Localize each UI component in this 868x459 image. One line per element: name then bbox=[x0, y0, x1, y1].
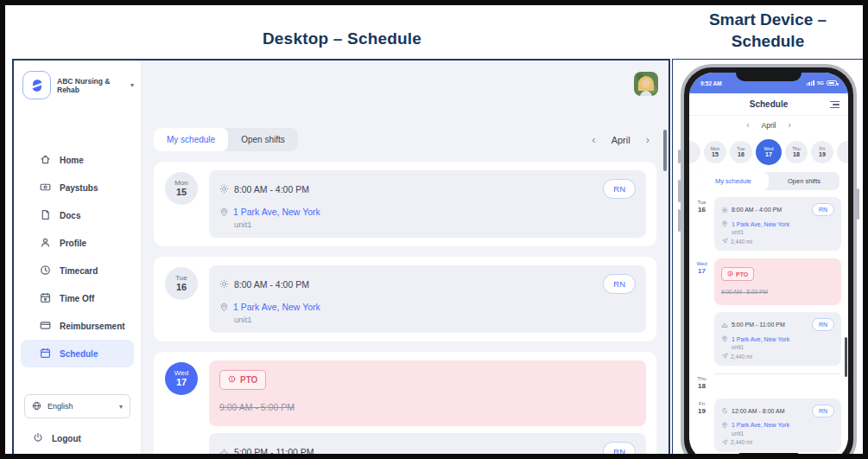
credit-card-icon bbox=[40, 320, 51, 333]
banknote-icon bbox=[40, 182, 51, 194]
phone-shift-card[interactable]: 12:00 AM - 8:00 AM RN 1 Park Ave, New Yo… bbox=[714, 398, 841, 452]
shift-time: 8:00 AM - 4:00 PM bbox=[234, 279, 309, 290]
sidebar-item-profile[interactable]: Profile bbox=[21, 229, 134, 257]
phone-pto-card[interactable]: PTO 9:00 AM - 5:00 PM bbox=[714, 258, 841, 305]
chevron-left-icon[interactable]: ‹ bbox=[592, 134, 595, 145]
sidebar-item-timecard[interactable]: Timecard bbox=[21, 257, 134, 284]
phone-frame: 9:52 AM 5G Schedule ‹ April › bbox=[681, 64, 857, 458]
shift-address[interactable]: 1 Park Ave, New York bbox=[732, 336, 789, 342]
schedule-toolbar: My schedule Open shifts ‹ April › bbox=[154, 128, 656, 151]
language-select[interactable]: English ▾ bbox=[24, 394, 130, 418]
shift-unit: unit1 bbox=[234, 220, 636, 229]
sunset-icon bbox=[721, 322, 728, 328]
sidebar-item-label: Docs bbox=[60, 211, 80, 220]
day-chip-fri-19[interactable]: Fri19 bbox=[811, 141, 833, 163]
shift-address[interactable]: 1 Park Ave, New York bbox=[732, 422, 789, 428]
tab-open-shifts[interactable]: Open shifts bbox=[228, 128, 298, 151]
sidebar-item-label: Reimbursement bbox=[60, 322, 125, 331]
phone-page-title: Schedule bbox=[750, 99, 788, 109]
day-chip-mon-15[interactable]: Mon15 bbox=[704, 141, 726, 163]
phone-week-strip: Sun14 Mon15 Tue16 Wed17 Thu18 Fri19 Sat2… bbox=[689, 134, 848, 170]
sidebar-item-label: Schedule bbox=[60, 349, 98, 359]
phone-entry-wed-17: Wed17 PTO 9:00 AM - 5:00 PM bbox=[693, 258, 841, 366]
language-value: English bbox=[48, 402, 73, 411]
scrollbar[interactable] bbox=[845, 337, 847, 377]
sidebar-item-label: Timecard bbox=[60, 266, 98, 276]
menu-icon[interactable] bbox=[830, 101, 839, 108]
role-badge: RN bbox=[812, 203, 834, 216]
desktop-section-title: Desktop – Schedule bbox=[143, 29, 541, 48]
logout-button[interactable]: Logout bbox=[33, 432, 141, 444]
location-pin-icon bbox=[721, 422, 728, 429]
scrollbar[interactable] bbox=[663, 130, 667, 171]
sun-icon bbox=[219, 279, 229, 289]
shift-time: 8:00 AM - 4:00 PM bbox=[732, 207, 782, 213]
sidebar-item-home[interactable]: Home bbox=[21, 146, 134, 174]
alert-circle-icon bbox=[727, 271, 733, 277]
home-icon bbox=[40, 154, 51, 167]
sidebar-item-paystubs[interactable]: Paystubs bbox=[21, 174, 134, 201]
phone-schedule-list: Tue16 8:00 AM - 4:00 PM RN 1 bbox=[689, 190, 848, 458]
shift-time: 5:00 PM - 11:00 PM bbox=[234, 447, 314, 457]
sidebar-item-reimbursement[interactable]: Reimbursement bbox=[21, 312, 134, 340]
alert-circle-icon bbox=[228, 375, 236, 385]
pto-card[interactable]: PTO 9:00 AM - 5:00 PM bbox=[209, 360, 646, 426]
sidebar-item-label: Profile bbox=[60, 239, 86, 248]
location-pin-icon bbox=[721, 220, 728, 227]
shift-distance: 2,440 mi bbox=[731, 354, 752, 360]
sidebar-item-timeoff[interactable]: Time Off bbox=[21, 284, 134, 312]
sidebar-item-schedule[interactable]: Schedule bbox=[21, 340, 134, 367]
battery-icon bbox=[827, 80, 837, 86]
empty-day-row bbox=[714, 373, 841, 387]
sidebar-nav: Home Paystubs Docs Profile Timecard bbox=[14, 146, 141, 367]
navigation-arrow-icon bbox=[722, 439, 728, 446]
schedule-tabs: My schedule Open shifts bbox=[154, 128, 298, 151]
shift-address[interactable]: 1 Park Ave, New York bbox=[233, 207, 320, 217]
day-card-mon-15: Mon 15 8:00 AM - 4:00 PM RN 1 Park Av bbox=[154, 162, 656, 246]
calendar-icon bbox=[40, 347, 51, 360]
signal-icon bbox=[807, 80, 814, 86]
phone-tab-my-schedule[interactable]: My schedule bbox=[698, 172, 769, 190]
sidebar-item-label: Paystubs bbox=[60, 183, 98, 193]
phone-entry-fri-19: Fri19 12:00 AM - 8:00 AM RN 1 bbox=[693, 398, 841, 452]
org-logo-icon bbox=[22, 71, 51, 99]
home-indicator[interactable] bbox=[738, 453, 799, 457]
chevron-right-icon[interactable]: › bbox=[789, 121, 791, 130]
tab-my-schedule[interactable]: My schedule bbox=[154, 128, 228, 151]
org-caret-icon: ▾ bbox=[130, 81, 134, 89]
pto-badge: PTO bbox=[721, 267, 754, 281]
phone-entry-tue-16: Tue16 8:00 AM - 4:00 PM RN 1 bbox=[693, 197, 841, 251]
phone-side-button bbox=[678, 209, 681, 232]
date-badge: Tue 16 bbox=[165, 267, 198, 300]
sun-icon bbox=[219, 184, 229, 194]
phone-shift-card[interactable]: 8:00 AM - 4:00 PM RN 1 Park Ave, New Yor… bbox=[714, 197, 841, 251]
day-chip-tue-16[interactable]: Tue16 bbox=[730, 141, 752, 163]
power-icon bbox=[33, 432, 43, 444]
document-icon bbox=[40, 209, 51, 222]
org-switcher[interactable]: ABC Nursing & Rehab ▾ bbox=[22, 71, 134, 99]
chevron-right-icon[interactable]: › bbox=[646, 134, 649, 145]
shift-distance: 2,440 mi bbox=[731, 439, 752, 445]
shift-card[interactable]: 5:00 PM - 11:00 PM RN 1 Park Ave, New Yo… bbox=[209, 433, 646, 456]
phone-month-navigation: ‹ April › bbox=[689, 116, 848, 134]
network-label: 5G bbox=[817, 80, 824, 86]
clock-icon bbox=[40, 265, 51, 277]
phone-shift-card[interactable]: 5:00 PM - 11:00 PM RN 1 Park Ave, New Yo… bbox=[714, 312, 841, 366]
date-badge: Mon 15 bbox=[165, 172, 198, 205]
navigation-arrow-icon bbox=[722, 238, 728, 245]
phone-schedule-tabs: My schedule Open shifts bbox=[698, 172, 839, 190]
day-chip-thu-18[interactable]: Thu18 bbox=[785, 141, 808, 163]
shift-address[interactable]: 1 Park Ave, New York bbox=[233, 302, 320, 312]
day-chip-wed-17-selected[interactable]: Wed17 bbox=[756, 139, 782, 165]
phone-side-button bbox=[678, 150, 681, 163]
user-avatar[interactable] bbox=[634, 72, 658, 96]
shift-address[interactable]: 1 Park Ave, New York bbox=[732, 221, 789, 227]
phone-entry-thu-18: Thu18 bbox=[693, 373, 841, 391]
sidebar-item-docs[interactable]: Docs bbox=[21, 201, 134, 229]
person-icon bbox=[40, 237, 51, 250]
phone-tab-open-shifts[interactable]: Open shifts bbox=[769, 172, 839, 190]
role-badge: RN bbox=[603, 179, 636, 199]
shift-card[interactable]: 8:00 AM - 4:00 PM RN 1 Park Ave, New Yor… bbox=[209, 170, 646, 238]
chevron-left-icon[interactable]: ‹ bbox=[746, 121, 749, 130]
shift-card[interactable]: 8:00 AM - 4:00 PM RN 1 Park Ave, New Yor… bbox=[209, 265, 646, 333]
